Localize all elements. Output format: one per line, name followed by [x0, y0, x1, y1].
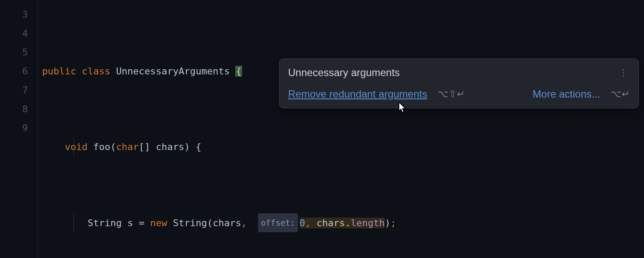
line-number: 9	[0, 119, 28, 138]
matched-brace: {	[235, 66, 242, 77]
indent-guide	[73, 213, 74, 232]
shortcut-label: ⌥⇧↵	[437, 89, 465, 100]
line-number: 4	[0, 24, 28, 43]
quick-fix-link[interactable]: Remove redundant arguments	[288, 88, 427, 100]
code-line[interactable]: String s = new String(chars, offset:0, c…	[42, 213, 644, 232]
shortcut-label: ⌥↵	[611, 89, 630, 100]
code-line[interactable]: void foo(char[] chars) {	[42, 138, 644, 157]
line-number: 8	[0, 100, 28, 119]
inspection-popup: Unnecessary arguments ⋮ Remove redundant…	[279, 58, 639, 108]
line-number: 6	[0, 62, 28, 81]
code-editor[interactable]: 3 4 5 6 7 8 9 public class UnnecessaryAr…	[0, 0, 644, 258]
more-actions-link[interactable]: More actions...	[533, 88, 600, 100]
inspection-title: Unnecessary arguments	[288, 67, 400, 79]
inspection-highlight: 0, chars.length	[300, 218, 385, 228]
indent-guide	[73, 138, 74, 157]
line-number: 3	[0, 5, 28, 24]
kebab-menu-icon[interactable]: ⋮	[617, 66, 630, 80]
code-area[interactable]: public class UnnecessaryArguments { void…	[38, 0, 644, 258]
line-number: 7	[0, 81, 28, 100]
line-number: 5	[0, 43, 28, 62]
line-number-gutter: 3 4 5 6 7 8 9	[0, 0, 38, 258]
inlay-hint: offset:	[258, 213, 298, 232]
